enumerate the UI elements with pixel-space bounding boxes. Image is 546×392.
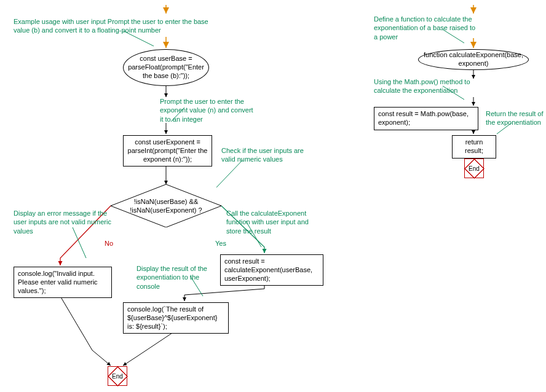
node-user-base: const userBase = parseFloat(prompt("Ente… [123,49,209,86]
flowchart-canvas: Example usage with user input Prompt the… [0,0,546,392]
node-invalid-text: console.log("Invalid input. Please enter… [18,270,98,294]
node-mathpow: const result = Math.pow(base, exponent); [374,107,478,130]
comment-example-usage: Example usage with user input Prompt the… [14,17,210,35]
end-left: End [108,366,127,386]
node-result-text: const result = calculateExponent(userBas… [224,257,312,282]
node-user-base-text: const userBase = parseFloat(prompt("Ente… [127,55,205,80]
svg-line-7 [216,160,243,187]
end-right-text: End [469,165,480,172]
comment-mathpow: Using the Math.pow() method to calculate… [374,77,472,95]
node-result: const result = calculateExponent(userBas… [220,254,323,286]
node-log-result-text: console.log(`The result of ${userBase}^$… [127,305,217,330]
comment-return: Return the result of the exponentiation [486,109,544,127]
comment-display-result: Display the result of the exponentiation… [136,264,216,291]
edge-label-yes: Yes [215,240,226,247]
comment-invalid: Display an error message if the user inp… [14,209,112,235]
end-left-text: End [112,373,123,380]
edge-label-no: No [105,240,113,247]
node-return-text: return result; [465,138,483,154]
comment-prompt-exponent: Prompt the user to enter the exponent va… [160,97,258,123]
node-function-header-text: function calculateExponent(base, exponen… [422,51,524,68]
node-function-header: function calculateExponent(base, exponen… [418,49,529,70]
end-right: End [464,159,484,178]
comment-check-valid: Check if the user inputs are valid numer… [221,146,314,164]
node-decision: !isNaN(userBase) && !isNaN(userExponent)… [111,184,221,227]
comment-call-function: Call the calculateExponent function with… [226,209,325,235]
node-log-result: console.log(`The result of ${userBase}^$… [123,302,229,334]
node-return: return result; [452,135,496,159]
node-decision-text: !isNaN(userBase) && !isNaN(userExponent)… [111,198,221,215]
node-invalid: console.log("Invalid input. Please enter… [14,267,112,298]
node-user-exponent-text: const userExponent = parseInt(prompt("En… [128,138,208,163]
node-mathpow-text: const result = Math.pow(base, exponent); [378,110,469,126]
comment-define-function: Define a function to calculate the expon… [374,15,478,41]
node-user-exponent: const userExponent = parseInt(prompt("En… [123,135,212,167]
